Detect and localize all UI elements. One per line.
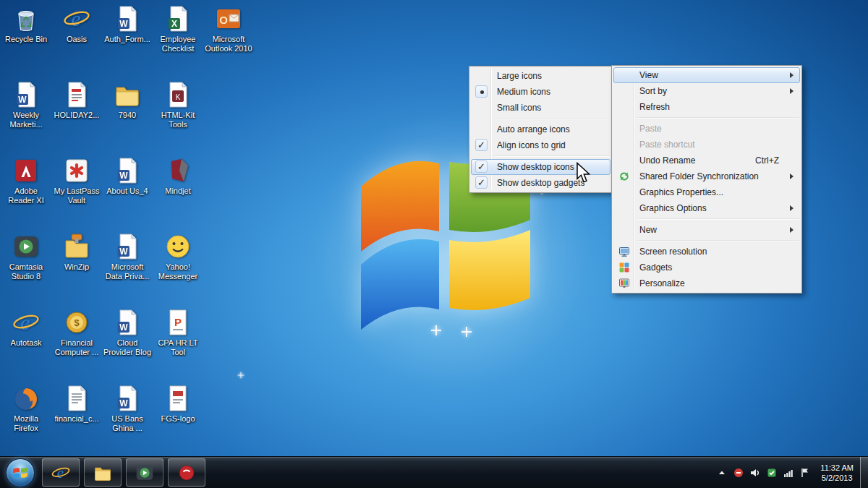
desktop-icon-us-bans-ghina[interactable]: WUS Bans Ghina ... xyxy=(103,384,152,433)
desktop-icon-7940[interactable]: 7940 xyxy=(103,80,152,120)
menu-item-label: Undo Rename xyxy=(639,155,695,166)
desktop-icon-financial-computer[interactable]: $Financial Computer ... xyxy=(52,308,101,357)
desktop-icon-cloud-provider-blog[interactable]: WCloud Provider Blog xyxy=(103,308,152,357)
desktop-icon-label: US Bans Ghina ... xyxy=(103,414,152,433)
menu-item-label: Paste shortcut xyxy=(639,140,695,150)
sync-icon xyxy=(618,171,630,182)
desktop-icon-holiday2[interactable]: HOLIDAY2... xyxy=(52,80,101,120)
menu-item-label: Small icons xyxy=(497,103,541,113)
desktop-icon-adobe-reader-xi[interactable]: Adobe Reader XI xyxy=(1,156,51,205)
folder-icon xyxy=(112,80,142,109)
taskbar-clock[interactable]: 11:32 AM 5/2/2013 xyxy=(820,463,854,483)
desktop-icon-auth-form[interactable]: WAuth_Form... xyxy=(103,4,152,44)
menu-item-show-desktop-icons[interactable]: ✓Show desktop icons xyxy=(471,159,610,175)
menu-item-medium-icons[interactable]: Medium icons xyxy=(471,84,610,100)
start-button[interactable] xyxy=(6,458,35,487)
menu-separator xyxy=(637,117,799,119)
word-icon: W xyxy=(112,232,142,261)
show-desktop-button[interactable] xyxy=(860,457,868,488)
menu-item-personalize[interactable]: Personalize xyxy=(613,275,800,291)
camtasia-studio-taskbar-button[interactable] xyxy=(126,458,163,487)
desktop-icon-label: Camtasia Studio 8 xyxy=(1,262,51,281)
menu-shortcut: Ctrl+Z xyxy=(755,153,779,168)
desktop-icon-camtasia-studio-8[interactable]: Camtasia Studio 8 xyxy=(1,232,51,281)
menu-item-shared-folder-synchronization[interactable]: Shared Folder Synchronization xyxy=(613,168,800,184)
clock-time: 11:32 AM xyxy=(820,463,854,473)
action-center-icon[interactable] xyxy=(799,467,811,479)
outlook-icon: O xyxy=(213,4,244,33)
desktop-icon-about-us-4[interactable]: WAbout Us_4 xyxy=(103,156,152,196)
menu-item-large-icons[interactable]: Large icons xyxy=(471,68,610,84)
ie-icon: e xyxy=(61,4,92,33)
radio-dot-icon xyxy=(475,85,488,98)
menu-item-label: Screen resolution xyxy=(639,247,707,257)
menu-item-show-desktop-gadgets[interactable]: ✓Show desktop gadgets xyxy=(471,175,610,191)
desktop-icon-recycle-bin[interactable]: Recycle Bin xyxy=(1,4,51,44)
svg-text:W: W xyxy=(119,19,128,29)
svg-text:X: X xyxy=(171,19,177,29)
desktop-icon-employee-checklist[interactable]: XEmployee Checklist xyxy=(153,4,203,53)
svg-text:e: e xyxy=(71,7,80,30)
menu-item-new[interactable]: New xyxy=(613,222,800,238)
doc-red-icon xyxy=(61,80,92,109)
snagit-icon xyxy=(176,463,197,483)
menu-item-label: Personalize xyxy=(639,278,685,288)
menu-item-undo-rename[interactable]: Undo RenameCtrl+Z xyxy=(613,153,800,168)
desktop-icon-label: About Us_4 xyxy=(103,187,152,196)
ie-icon: e xyxy=(11,308,41,337)
desktop-icon-oasis[interactable]: eOasis xyxy=(52,4,101,44)
menu-item-gadgets[interactable]: Gadgets xyxy=(613,260,800,275)
menu-item-refresh[interactable]: Refresh xyxy=(613,99,800,115)
desktop-icon-fgs-logo[interactable]: FGS-logo xyxy=(153,384,203,424)
desktop-icon-autotask[interactable]: eAutotask xyxy=(1,308,51,348)
svg-text:O: O xyxy=(219,14,228,26)
desktop-icon-label: Auth_Form... xyxy=(103,35,152,44)
menu-item-graphics-properties[interactable]: Graphics Properties... xyxy=(613,184,800,200)
desktop-icon-winzip[interactable]: WinZip xyxy=(52,232,101,272)
desktop-icon-yahoo-messenger[interactable]: Yahoo! Messenger xyxy=(153,232,203,281)
desktop-icon-html-kit-tools[interactable]: KHTML-Kit Tools xyxy=(153,80,203,129)
desktop-icon-label: Cloud Provider Blog xyxy=(103,338,152,357)
camtasia-studio-icon xyxy=(135,463,155,483)
winzip-icon xyxy=(61,232,92,261)
taskbar: e 11:32 AM 5/2/2013 xyxy=(0,456,868,488)
word-icon: W xyxy=(112,4,142,33)
menu-separator xyxy=(495,155,610,157)
menu-item-sort-by[interactable]: Sort by xyxy=(613,83,800,99)
network-icon[interactable] xyxy=(783,467,794,479)
menu-item-screen-resolution[interactable]: Screen resolution xyxy=(613,244,800,260)
desktop-icon-mozilla-firefox[interactable]: Mozilla Firefox xyxy=(1,384,51,433)
cpa-icon: P xyxy=(163,308,193,337)
desktop-icon-my-lastpass-vault[interactable]: My LastPass Vault xyxy=(52,156,101,205)
menu-item-view[interactable]: View xyxy=(613,67,800,83)
menu-item-small-icons[interactable]: Small icons xyxy=(471,100,610,116)
desktop-icon-weekly-marketi[interactable]: WWeekly Marketi... xyxy=(1,80,51,129)
desktop-icon-label: Financial Computer ... xyxy=(52,338,101,357)
desktop-icon-label: Mindjet xyxy=(153,187,203,196)
menu-item-auto-arrange-icons[interactable]: Auto arrange icons xyxy=(471,121,610,137)
red-app-icon[interactable] xyxy=(733,467,744,479)
desktop-icon-microsoft-data-priva[interactable]: WMicrosoft Data Priva... xyxy=(103,232,152,281)
desktop-icon-microsoft-outlook-2010[interactable]: OMicrosoft Outlook 2010 xyxy=(204,4,253,53)
menu-item-graphics-options[interactable]: Graphics Options xyxy=(613,200,800,216)
menu-item-align-icons-to-grid[interactable]: ✓Align icons to grid xyxy=(471,137,610,153)
volume-icon[interactable] xyxy=(749,467,761,479)
windows-explorer-taskbar-button[interactable] xyxy=(84,458,122,487)
show-hidden-icons-button[interactable] xyxy=(716,467,728,479)
checkmark-icon: ✓ xyxy=(475,160,488,173)
desktop-icon-mindjet[interactable]: Mindjet xyxy=(153,156,203,196)
desktop-icon-financial-c[interactable]: financial_c... xyxy=(52,384,101,424)
menu-item-label: Sort by xyxy=(639,86,667,96)
internet-explorer-taskbar-button[interactable]: e xyxy=(42,458,80,487)
svg-text:P: P xyxy=(174,316,182,328)
desktop-icon-cpa-hr-lt-tool[interactable]: PCPA HR LT Tool xyxy=(153,308,203,357)
menu-item-paste-shortcut: Paste shortcut xyxy=(613,137,800,153)
desktop-icon-label: Recycle Bin xyxy=(1,35,51,44)
submenu-arrow-icon xyxy=(790,227,793,233)
snagit-taskbar-button[interactable] xyxy=(168,458,205,487)
mindjet-icon xyxy=(163,156,193,185)
camtasia-icon xyxy=(11,232,41,261)
desktop-icon-label: Microsoft Data Priva... xyxy=(103,262,152,281)
green-app-icon[interactable] xyxy=(766,467,778,479)
desktop-icon-label: Autotask xyxy=(1,338,51,348)
